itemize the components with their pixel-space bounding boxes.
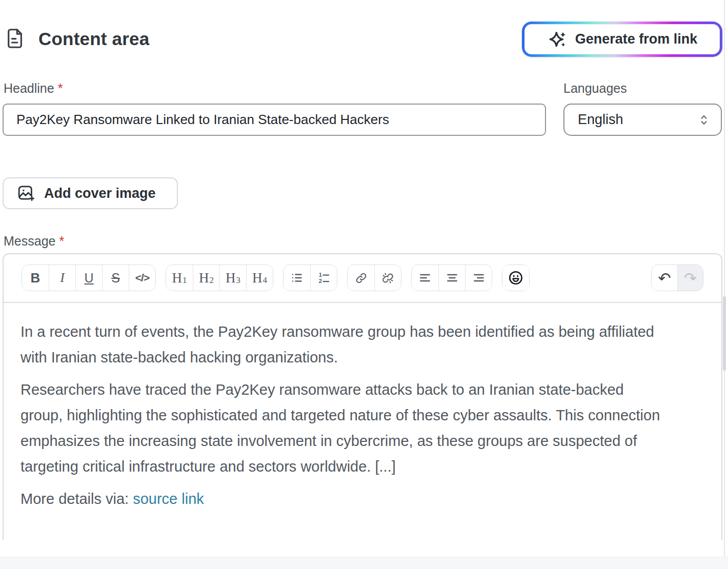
chevron-up-down-icon	[697, 112, 711, 128]
link-button-group	[347, 265, 401, 291]
bold-icon: B	[31, 270, 41, 286]
italic-icon: I	[60, 270, 65, 286]
unlink-button[interactable]	[374, 265, 401, 291]
heading-1-button[interactable]: H1	[166, 265, 193, 291]
history-button-group: ↶ ↷	[651, 265, 703, 291]
code-button[interactable]: </>	[129, 265, 155, 291]
image-plus-icon	[17, 184, 35, 202]
message-paragraph: More details via: source link	[21, 486, 666, 512]
align-right-button[interactable]	[465, 265, 492, 291]
undo-button[interactable]: ↶	[652, 265, 677, 291]
align-left-button[interactable]	[412, 265, 438, 291]
redo-icon: ↷	[684, 269, 697, 287]
underline-button[interactable]: U	[75, 265, 102, 291]
message-editor: B I U S </> H1 H2 H3 H4	[3, 253, 722, 540]
italic-button[interactable]: I	[49, 265, 75, 291]
heading-3-icon: H	[226, 270, 236, 286]
languages-selected-value: English	[578, 112, 623, 128]
ordered-list-button[interactable]: 1 2	[310, 265, 337, 291]
svg-text:2: 2	[318, 278, 321, 284]
format-button-group: B I U S </>	[22, 265, 156, 291]
emoji-button[interactable]	[502, 265, 529, 291]
unlink-icon	[381, 272, 394, 284]
generate-from-link-button[interactable]: Generate from link	[522, 22, 722, 57]
align-center-icon	[446, 271, 459, 284]
emoji-smile-icon	[508, 270, 523, 286]
bullet-list-button[interactable]	[284, 265, 310, 291]
align-center-button[interactable]	[438, 265, 465, 291]
editor-toolbar: B I U S </> H1 H2 H3 H4	[4, 254, 721, 303]
link-icon	[355, 272, 368, 284]
bullet-list-icon	[290, 271, 304, 284]
code-icon: </>	[135, 272, 149, 284]
scrollbar-thumb[interactable]	[723, 296, 726, 371]
align-button-group	[411, 265, 492, 291]
headline-input[interactable]	[3, 104, 546, 136]
bold-button[interactable]: B	[22, 265, 49, 291]
list-button-group: 1 2	[283, 265, 337, 291]
add-cover-image-button[interactable]: Add cover image	[3, 177, 178, 209]
message-paragraph: In a recent turn of events, the Pay2Key …	[21, 319, 666, 370]
document-icon	[7, 28, 23, 49]
source-link[interactable]: source link	[133, 491, 204, 507]
strikethrough-button[interactable]: S	[102, 265, 129, 291]
redo-button[interactable]: ↷	[677, 265, 703, 291]
heading-1-icon: H	[172, 270, 183, 286]
languages-label: Languages	[563, 81, 627, 96]
link-button[interactable]	[348, 265, 374, 291]
svg-text:1: 1	[318, 272, 321, 278]
add-cover-image-label: Add cover image	[44, 186, 156, 201]
heading-button-group: H1 H2 H3 H4	[166, 265, 273, 291]
required-asterisk: *	[59, 234, 64, 248]
heading-3-button[interactable]: H3	[219, 265, 246, 291]
sparkles-icon	[547, 29, 568, 50]
message-paragraph: Researchers have traced the Pay2Key rans…	[21, 377, 666, 479]
align-right-icon	[472, 271, 486, 284]
underline-icon: U	[84, 271, 93, 286]
strikethrough-icon: S	[111, 271, 120, 286]
required-asterisk: *	[58, 81, 63, 95]
heading-2-icon: H	[199, 270, 209, 286]
headline-label: Headline*	[4, 81, 63, 96]
heading-4-icon: H	[252, 270, 262, 286]
ordered-list-icon: 1 2	[317, 271, 331, 284]
message-label: Message*	[4, 234, 64, 249]
emoji-button-group	[502, 265, 530, 291]
undo-icon: ↶	[658, 269, 671, 287]
message-content-area[interactable]: In a recent turn of events, the Pay2Key …	[4, 303, 721, 512]
heading-4-button[interactable]: H4	[246, 265, 273, 291]
page-title: Content area	[38, 29, 149, 49]
languages-select[interactable]: English	[563, 104, 722, 136]
scrollbar-track	[724, 0, 725, 557]
heading-2-button[interactable]: H2	[193, 265, 219, 291]
generate-button-label: Generate from link	[575, 31, 698, 47]
align-left-icon	[418, 271, 432, 284]
footer-bar	[0, 557, 728, 569]
